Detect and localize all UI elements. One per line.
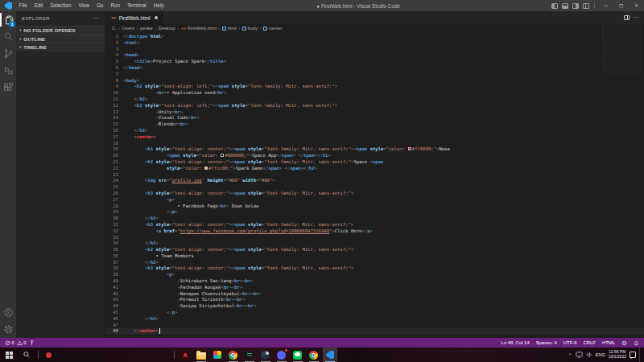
line-content: </h3> (123, 241, 159, 247)
menu-file[interactable]: File (15, 0, 31, 11)
line-content: <h3 style="text-align: center;"><span st… (123, 265, 353, 272)
language-indicator[interactable]: ENG (596, 352, 605, 357)
taskbar-search-button[interactable] (18, 348, 35, 362)
feedback-smiley-icon[interactable] (621, 340, 627, 346)
network-monitor-icon[interactable] (576, 352, 583, 358)
volume-icon[interactable] (586, 352, 592, 358)
line-number: 15 (105, 121, 123, 128)
code-area[interactable]: 1<!doctype html>2<html>34<head>5 <title>… (105, 32, 644, 338)
status-crlf[interactable]: CRLF (584, 340, 596, 345)
code-line: 3 (105, 47, 644, 53)
date: 10/1/2022 (609, 354, 626, 359)
sidebar-section-timeline[interactable]: ›TIMELINE (16, 43, 105, 51)
breadcrumb-item-users[interactable]: Users (122, 26, 134, 31)
status-utf-8[interactable]: UTF-8 (564, 340, 577, 345)
status-bar: 0 0 Ln 48, Col 14Spaces: 4UTF-8CRLFHTML (0, 338, 644, 348)
workbench: 1 EXPLORER (0, 11, 644, 338)
line-number: 2 (105, 40, 123, 47)
breadcrumb-item-desktop[interactable]: Desktop (159, 26, 175, 31)
source-control-icon[interactable] (0, 45, 16, 62)
menu-view[interactable]: View (75, 0, 93, 11)
action-center-icon[interactable] (630, 352, 636, 358)
line-app-icon[interactable] (291, 348, 305, 362)
explorer-icon[interactable]: 1 (0, 11, 16, 28)
extensions-icon[interactable] (0, 79, 16, 96)
code-line: 43 -Perawit Siriseth<br><br> (105, 297, 644, 303)
menu-help[interactable]: Help (150, 0, 167, 11)
spotify-icon[interactable] (242, 348, 257, 362)
run-debug-icon[interactable] (0, 62, 16, 79)
menu-terminal[interactable]: Terminal (123, 0, 150, 11)
menu-go[interactable]: Go (93, 0, 106, 11)
errors-indicator[interactable]: 0 (5, 340, 14, 346)
line-number: 31 (105, 222, 123, 228)
breadcrumb-item-peraw[interactable]: peraw (140, 26, 153, 31)
pinned-red-app-icon[interactable] (46, 352, 52, 358)
chrome-icon[interactable] (226, 348, 241, 362)
clock[interactable]: 11:55 PM 10/1/2022 (609, 350, 626, 360)
breadcrumb-item-body[interactable]: body (242, 26, 258, 31)
chat-app-icon[interactable] (275, 348, 289, 362)
line-content: -Visual Code<br> (123, 115, 199, 121)
code-line: 7 (105, 72, 644, 78)
minimize-button[interactable]: — (598, 0, 613, 11)
menu-edit[interactable]: Edit (31, 0, 47, 11)
explorer-more-actions-button[interactable]: ⋯ (93, 15, 99, 22)
menu-run[interactable]: Run (107, 0, 124, 11)
status-html[interactable]: HTML (602, 340, 615, 345)
line-content: </p> (123, 209, 177, 216)
customize-layout-icon[interactable] (583, 3, 589, 9)
spotify-glyph (245, 351, 254, 360)
code-area[interactable]: 1<!doctype html>2<html>34<head>5 <title>… (601, 25, 605, 63)
chrome-profile-icon[interactable] (307, 348, 321, 362)
code-line: 13 -Unity<br> (105, 109, 644, 116)
status-ln-48-col-14[interactable]: Ln 48, Col 14 (502, 340, 530, 345)
settings-gear-icon[interactable] (0, 321, 16, 338)
status-spaces-4[interactable]: Spaces: 4 (536, 340, 557, 345)
toggle-secondary-sidebar-icon[interactable] (572, 3, 579, 9)
editor-more-actions-icon[interactable]: ⋯ (634, 15, 639, 20)
symbol-icon (242, 27, 246, 31)
line-number: 22 (105, 166, 123, 172)
show-desktop-button[interactable] (639, 348, 641, 362)
close-button[interactable]: ✕ (629, 0, 644, 11)
steam-icon[interactable] (258, 348, 273, 362)
modified-dot-icon[interactable] (155, 16, 158, 19)
code-line: 34 </h3> (105, 241, 644, 247)
search-icon[interactable] (0, 28, 16, 45)
split-editor-icon[interactable] (624, 15, 630, 20)
line-content: <h2 style="text-align: left;"><span styl… (123, 84, 337, 90)
minimap[interactable]: 1<!doctype html>2<html>34<head>5 <title>… (601, 25, 642, 73)
ports-broadcast-icon[interactable] (29, 340, 35, 346)
warnings-indicator[interactable]: 0 (17, 340, 27, 346)
menu-selection[interactable]: Selection (47, 0, 75, 11)
taskbar-separator (174, 351, 175, 359)
file-explorer-icon[interactable] (194, 348, 208, 362)
show-hidden-icons-chevron[interactable]: ⌃ (568, 352, 572, 358)
breadcrumb-item-firstweb-html[interactable]: <>FirstWeb.html (181, 26, 217, 31)
start-button[interactable] (0, 348, 18, 362)
line-content: </h2> (123, 260, 159, 266)
tab-firstweb-html[interactable]: <> FirstWeb.html (105, 11, 164, 24)
code-line: 1<!doctype html> (105, 34, 644, 40)
code-line: 12 <h3 style="text-align: left;"><span s… (105, 103, 644, 109)
sidebar-section-outline[interactable]: ›OUTLINE (16, 35, 105, 43)
code-line: 4<head> (105, 52, 644, 59)
sidebar-section-no-folder-opened[interactable]: ›NO FOLDER OPENED (16, 26, 105, 35)
breadcrumb-item-center[interactable]: center (263, 26, 282, 31)
vscode-icon[interactable] (323, 348, 337, 362)
app-launcher-icon[interactable] (210, 348, 225, 362)
toggle-panel-icon[interactable] (562, 3, 568, 9)
pinned-app-a-icon[interactable] (178, 348, 192, 362)
breadcrumb-item-html[interactable]: html (222, 26, 237, 31)
account-icon[interactable] (0, 304, 16, 321)
breadcrumb-item-c-[interactable]: C: (112, 26, 117, 31)
line-content: -Sasipa Viriyachetkul<br><br> (123, 303, 256, 310)
maximize-button[interactable]: □ (613, 0, 629, 11)
line-number: 12 (105, 103, 123, 109)
line-content: </p> (123, 310, 177, 316)
toggle-sidebar-icon[interactable] (551, 3, 558, 9)
line-number: 38 (105, 265, 123, 272)
code-line: 42 -Nanapas Chuenvitayakul<br><br> (105, 291, 644, 298)
notifications-bell-icon[interactable] (634, 340, 639, 346)
